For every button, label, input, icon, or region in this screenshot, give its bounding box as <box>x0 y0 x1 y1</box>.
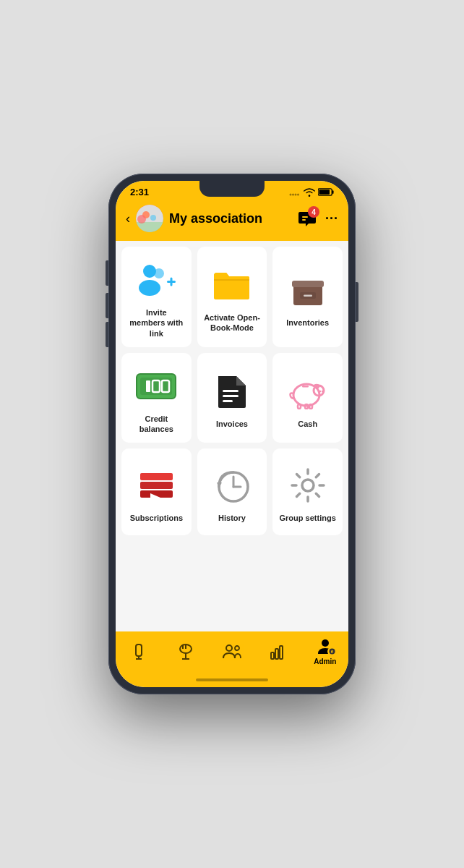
nav-item-food[interactable] <box>170 643 202 660</box>
svg-rect-12 <box>302 216 308 218</box>
svg-line-54 <box>296 475 299 477</box>
svg-rect-38 <box>298 404 301 409</box>
invite-members-label: Invite members with link <box>127 307 186 339</box>
app-header: ‹ My association 4 <box>116 200 348 241</box>
group-settings-icon-area <box>286 464 330 507</box>
battery-icon <box>318 188 334 196</box>
svg-rect-25 <box>146 380 150 392</box>
credit-label: Credit balances <box>127 414 186 435</box>
grid-item-open-book[interactable]: Activate Open-Book-Mode <box>197 247 267 347</box>
svg-rect-58 <box>136 644 142 656</box>
avatar[interactable] <box>136 205 163 232</box>
subscriptions-icon <box>137 467 176 503</box>
grid-item-inventories[interactable]: Inventories <box>272 247 343 347</box>
svg-point-2 <box>295 193 297 195</box>
svg-point-3 <box>297 193 299 195</box>
main-content: Invite members with link <box>116 241 348 631</box>
invoices-label: Invoices <box>216 419 248 429</box>
grid-item-invoices[interactable]: Invoices <box>197 353 267 443</box>
signal-icon <box>289 189 301 196</box>
svg-rect-5 <box>332 190 334 194</box>
header-actions: 4 ··· <box>296 208 338 229</box>
svg-rect-70 <box>280 646 283 659</box>
phone-frame: 2:31 <box>108 174 356 694</box>
svg-point-49 <box>302 480 314 491</box>
group-settings-label: Group settings <box>280 513 336 523</box>
subscriptions-icon-area <box>134 464 178 507</box>
svg-rect-68 <box>271 652 274 659</box>
svg-line-57 <box>296 494 299 497</box>
grid-item-credit[interactable]: Credit balances <box>121 353 192 443</box>
credit-icon <box>134 368 178 404</box>
menu-grid: Invite members with link <box>121 247 343 535</box>
settings-icon <box>289 467 327 504</box>
nav-item-stats[interactable] <box>262 644 294 660</box>
notification-badge: 4 <box>308 206 319 218</box>
history-icon <box>213 467 251 504</box>
svg-point-16 <box>154 268 164 278</box>
nav-item-drinks[interactable] <box>123 643 155 660</box>
credit-icon-area <box>134 365 178 408</box>
svg-rect-30 <box>223 395 239 397</box>
svg-point-36 <box>321 391 322 392</box>
svg-point-14 <box>143 265 156 278</box>
svg-rect-18 <box>171 278 173 286</box>
svg-point-11 <box>137 215 146 224</box>
phone-screen: 2:31 <box>116 181 348 687</box>
nav-item-people[interactable] <box>216 644 248 660</box>
svg-point-1 <box>292 193 294 195</box>
admin-badge-icon: e <box>329 648 335 655</box>
svg-rect-40 <box>309 404 312 409</box>
cash-icon-area <box>286 370 330 413</box>
history-icon-area <box>210 464 254 507</box>
svg-marker-48 <box>217 482 222 488</box>
notification-button[interactable]: 4 <box>296 208 318 229</box>
open-book-label: Activate Open-Book-Mode <box>203 312 262 333</box>
bottom-navigation: e Admin <box>116 631 348 676</box>
svg-point-66 <box>226 645 232 651</box>
invite-members-icon-area <box>134 258 178 302</box>
add-person-icon <box>135 262 177 298</box>
open-book-icon-area <box>210 263 254 307</box>
subscriptions-label: Subscriptions <box>130 513 183 523</box>
history-label: History <box>218 513 246 523</box>
svg-rect-20 <box>292 281 324 287</box>
svg-point-9 <box>150 215 156 221</box>
home-indicator <box>116 676 348 687</box>
svg-rect-42 <box>140 482 173 489</box>
home-bar <box>196 678 268 681</box>
svg-rect-29 <box>223 390 239 392</box>
svg-point-71 <box>322 639 329 647</box>
svg-rect-10 <box>136 222 163 232</box>
nav-item-admin[interactable]: e Admin <box>309 637 341 665</box>
svg-rect-41 <box>140 473 173 480</box>
svg-rect-69 <box>275 649 278 659</box>
more-options-button[interactable]: ··· <box>325 211 338 226</box>
grid-item-group-settings[interactable]: Group settings <box>272 448 343 535</box>
piggy-bank-icon <box>288 373 328 409</box>
stats-icon <box>270 644 286 660</box>
inventories-icon-area <box>286 268 330 312</box>
people-icon <box>223 644 241 660</box>
folder-icon <box>212 267 252 303</box>
svg-rect-37 <box>302 386 309 388</box>
grid-item-invite-members[interactable]: Invite members with link <box>121 247 192 347</box>
svg-text:e: e <box>330 649 333 654</box>
inventories-label: Inventories <box>286 318 329 328</box>
svg-rect-31 <box>223 400 233 402</box>
grid-item-history[interactable]: History <box>197 448 267 535</box>
svg-point-67 <box>235 646 239 650</box>
grid-item-subscriptions[interactable]: Subscriptions <box>121 448 192 535</box>
invoice-icon <box>215 373 249 410</box>
grid-item-cash[interactable]: Cash <box>272 353 343 443</box>
svg-line-56 <box>316 475 319 477</box>
archive-icon <box>290 272 326 308</box>
invoices-icon-area <box>210 370 254 413</box>
drinks-icon <box>131 643 147 660</box>
status-icons <box>289 188 334 197</box>
svg-point-35 <box>319 391 320 392</box>
svg-point-15 <box>139 280 160 296</box>
back-button[interactable]: ‹ <box>126 211 130 226</box>
admin-nav-label: Admin <box>314 658 336 665</box>
cash-label: Cash <box>298 419 317 429</box>
